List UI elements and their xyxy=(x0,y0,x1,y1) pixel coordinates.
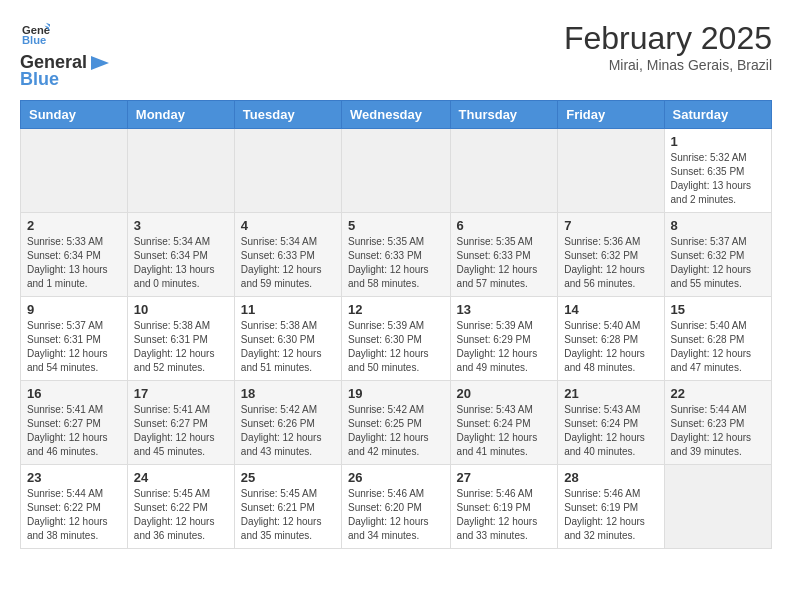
table-row: 25Sunrise: 5:45 AM Sunset: 6:21 PM Dayli… xyxy=(234,465,341,549)
svg-marker-4 xyxy=(91,56,109,70)
svg-text:Blue: Blue xyxy=(22,34,46,46)
day-info: Sunrise: 5:40 AM Sunset: 6:28 PM Dayligh… xyxy=(671,319,765,375)
table-row: 27Sunrise: 5:46 AM Sunset: 6:19 PM Dayli… xyxy=(450,465,558,549)
day-info: Sunrise: 5:37 AM Sunset: 6:31 PM Dayligh… xyxy=(27,319,121,375)
table-row: 7Sunrise: 5:36 AM Sunset: 6:32 PM Daylig… xyxy=(558,213,664,297)
table-row: 17Sunrise: 5:41 AM Sunset: 6:27 PM Dayli… xyxy=(127,381,234,465)
table-row: 4Sunrise: 5:34 AM Sunset: 6:33 PM Daylig… xyxy=(234,213,341,297)
day-number: 25 xyxy=(241,470,335,485)
title-section: February 2025 Mirai, Minas Gerais, Brazi… xyxy=(564,20,772,73)
day-info: Sunrise: 5:46 AM Sunset: 6:19 PM Dayligh… xyxy=(457,487,552,543)
day-info: Sunrise: 5:45 AM Sunset: 6:21 PM Dayligh… xyxy=(241,487,335,543)
table-row: 24Sunrise: 5:45 AM Sunset: 6:22 PM Dayli… xyxy=(127,465,234,549)
calendar-week-3: 9Sunrise: 5:37 AM Sunset: 6:31 PM Daylig… xyxy=(21,297,772,381)
day-number: 27 xyxy=(457,470,552,485)
table-row: 9Sunrise: 5:37 AM Sunset: 6:31 PM Daylig… xyxy=(21,297,128,381)
table-row: 8Sunrise: 5:37 AM Sunset: 6:32 PM Daylig… xyxy=(664,213,771,297)
table-row: 22Sunrise: 5:44 AM Sunset: 6:23 PM Dayli… xyxy=(664,381,771,465)
day-number: 11 xyxy=(241,302,335,317)
table-row: 5Sunrise: 5:35 AM Sunset: 6:33 PM Daylig… xyxy=(342,213,451,297)
table-row: 3Sunrise: 5:34 AM Sunset: 6:34 PM Daylig… xyxy=(127,213,234,297)
day-number: 1 xyxy=(671,134,765,149)
day-info: Sunrise: 5:46 AM Sunset: 6:19 PM Dayligh… xyxy=(564,487,657,543)
calendar-week-2: 2Sunrise: 5:33 AM Sunset: 6:34 PM Daylig… xyxy=(21,213,772,297)
day-info: Sunrise: 5:33 AM Sunset: 6:34 PM Dayligh… xyxy=(27,235,121,291)
table-row xyxy=(558,129,664,213)
col-monday: Monday xyxy=(127,101,234,129)
calendar-week-4: 16Sunrise: 5:41 AM Sunset: 6:27 PM Dayli… xyxy=(21,381,772,465)
table-row: 16Sunrise: 5:41 AM Sunset: 6:27 PM Dayli… xyxy=(21,381,128,465)
calendar-title: February 2025 xyxy=(564,20,772,57)
table-row xyxy=(450,129,558,213)
calendar-subtitle: Mirai, Minas Gerais, Brazil xyxy=(564,57,772,73)
day-info: Sunrise: 5:40 AM Sunset: 6:28 PM Dayligh… xyxy=(564,319,657,375)
table-row: 12Sunrise: 5:39 AM Sunset: 6:30 PM Dayli… xyxy=(342,297,451,381)
day-info: Sunrise: 5:46 AM Sunset: 6:20 PM Dayligh… xyxy=(348,487,444,543)
day-number: 13 xyxy=(457,302,552,317)
day-info: Sunrise: 5:34 AM Sunset: 6:33 PM Dayligh… xyxy=(241,235,335,291)
table-row: 20Sunrise: 5:43 AM Sunset: 6:24 PM Dayli… xyxy=(450,381,558,465)
table-row: 6Sunrise: 5:35 AM Sunset: 6:33 PM Daylig… xyxy=(450,213,558,297)
day-info: Sunrise: 5:36 AM Sunset: 6:32 PM Dayligh… xyxy=(564,235,657,291)
day-number: 16 xyxy=(27,386,121,401)
day-info: Sunrise: 5:42 AM Sunset: 6:26 PM Dayligh… xyxy=(241,403,335,459)
day-info: Sunrise: 5:38 AM Sunset: 6:31 PM Dayligh… xyxy=(134,319,228,375)
day-info: Sunrise: 5:35 AM Sunset: 6:33 PM Dayligh… xyxy=(457,235,552,291)
day-number: 10 xyxy=(134,302,228,317)
day-info: Sunrise: 5:38 AM Sunset: 6:30 PM Dayligh… xyxy=(241,319,335,375)
day-number: 22 xyxy=(671,386,765,401)
page-header: General Blue General Blue February 2025 … xyxy=(20,20,772,90)
table-row xyxy=(664,465,771,549)
day-number: 15 xyxy=(671,302,765,317)
col-thursday: Thursday xyxy=(450,101,558,129)
day-info: Sunrise: 5:44 AM Sunset: 6:23 PM Dayligh… xyxy=(671,403,765,459)
table-row xyxy=(127,129,234,213)
day-info: Sunrise: 5:42 AM Sunset: 6:25 PM Dayligh… xyxy=(348,403,444,459)
day-info: Sunrise: 5:39 AM Sunset: 6:30 PM Dayligh… xyxy=(348,319,444,375)
table-row: 2Sunrise: 5:33 AM Sunset: 6:34 PM Daylig… xyxy=(21,213,128,297)
day-number: 4 xyxy=(241,218,335,233)
day-info: Sunrise: 5:35 AM Sunset: 6:33 PM Dayligh… xyxy=(348,235,444,291)
day-number: 24 xyxy=(134,470,228,485)
day-info: Sunrise: 5:34 AM Sunset: 6:34 PM Dayligh… xyxy=(134,235,228,291)
day-number: 28 xyxy=(564,470,657,485)
day-number: 9 xyxy=(27,302,121,317)
table-row xyxy=(21,129,128,213)
calendar-table: Sunday Monday Tuesday Wednesday Thursday… xyxy=(20,100,772,549)
day-number: 8 xyxy=(671,218,765,233)
day-number: 5 xyxy=(348,218,444,233)
day-info: Sunrise: 5:41 AM Sunset: 6:27 PM Dayligh… xyxy=(27,403,121,459)
table-row: 14Sunrise: 5:40 AM Sunset: 6:28 PM Dayli… xyxy=(558,297,664,381)
logo-icon: General Blue xyxy=(22,20,50,48)
calendar-week-1: 1Sunrise: 5:32 AM Sunset: 6:35 PM Daylig… xyxy=(21,129,772,213)
table-row: 1Sunrise: 5:32 AM Sunset: 6:35 PM Daylig… xyxy=(664,129,771,213)
col-saturday: Saturday xyxy=(664,101,771,129)
table-row: 21Sunrise: 5:43 AM Sunset: 6:24 PM Dayli… xyxy=(558,381,664,465)
day-info: Sunrise: 5:44 AM Sunset: 6:22 PM Dayligh… xyxy=(27,487,121,543)
table-row: 18Sunrise: 5:42 AM Sunset: 6:26 PM Dayli… xyxy=(234,381,341,465)
day-info: Sunrise: 5:43 AM Sunset: 6:24 PM Dayligh… xyxy=(457,403,552,459)
day-number: 19 xyxy=(348,386,444,401)
day-info: Sunrise: 5:37 AM Sunset: 6:32 PM Dayligh… xyxy=(671,235,765,291)
table-row: 23Sunrise: 5:44 AM Sunset: 6:22 PM Dayli… xyxy=(21,465,128,549)
day-info: Sunrise: 5:43 AM Sunset: 6:24 PM Dayligh… xyxy=(564,403,657,459)
day-number: 26 xyxy=(348,470,444,485)
day-number: 7 xyxy=(564,218,657,233)
day-number: 14 xyxy=(564,302,657,317)
table-row: 15Sunrise: 5:40 AM Sunset: 6:28 PM Dayli… xyxy=(664,297,771,381)
table-row xyxy=(342,129,451,213)
day-info: Sunrise: 5:45 AM Sunset: 6:22 PM Dayligh… xyxy=(134,487,228,543)
day-number: 17 xyxy=(134,386,228,401)
day-number: 21 xyxy=(564,386,657,401)
day-info: Sunrise: 5:41 AM Sunset: 6:27 PM Dayligh… xyxy=(134,403,228,459)
day-info: Sunrise: 5:39 AM Sunset: 6:29 PM Dayligh… xyxy=(457,319,552,375)
day-number: 20 xyxy=(457,386,552,401)
day-number: 2 xyxy=(27,218,121,233)
logo-flag-icon xyxy=(89,54,111,72)
table-row: 11Sunrise: 5:38 AM Sunset: 6:30 PM Dayli… xyxy=(234,297,341,381)
calendar-week-5: 23Sunrise: 5:44 AM Sunset: 6:22 PM Dayli… xyxy=(21,465,772,549)
col-sunday: Sunday xyxy=(21,101,128,129)
col-tuesday: Tuesday xyxy=(234,101,341,129)
table-row: 19Sunrise: 5:42 AM Sunset: 6:25 PM Dayli… xyxy=(342,381,451,465)
calendar-header-row: Sunday Monday Tuesday Wednesday Thursday… xyxy=(21,101,772,129)
